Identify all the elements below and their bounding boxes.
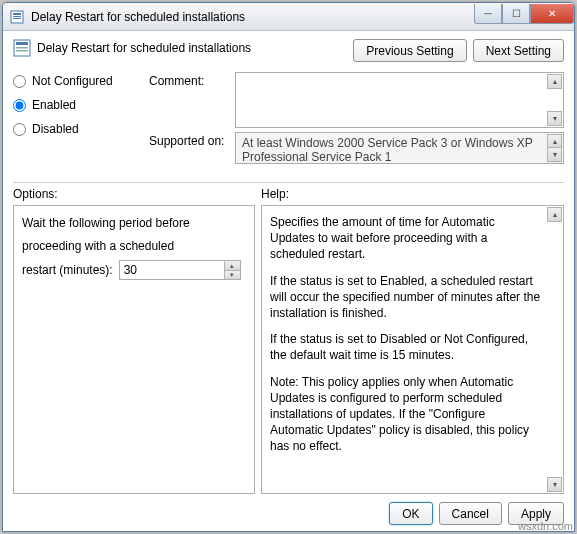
restart-minutes-label: restart (minutes): bbox=[22, 263, 113, 277]
footer-buttons: OK Cancel Apply bbox=[13, 494, 564, 525]
help-p4: Note: This policy applies only when Auto… bbox=[270, 374, 541, 455]
close-button[interactable]: ✕ bbox=[530, 4, 574, 24]
scroll-up-icon[interactable]: ▴ bbox=[547, 74, 562, 89]
scroll-down-icon[interactable]: ▾ bbox=[547, 147, 562, 162]
policy-header-icon bbox=[13, 39, 31, 57]
radio-enabled[interactable]: Enabled bbox=[13, 98, 143, 112]
svg-rect-7 bbox=[16, 50, 28, 52]
svg-rect-6 bbox=[16, 47, 28, 49]
radio-enabled-input[interactable] bbox=[13, 99, 26, 112]
minimize-button[interactable]: ─ bbox=[474, 4, 502, 24]
dialog-body: Delay Restart for scheduled installation… bbox=[3, 31, 574, 531]
section-labels: Options: Help: bbox=[13, 187, 564, 201]
maximize-button[interactable]: ☐ bbox=[502, 4, 530, 24]
help-p1: Specifies the amount of time for Automat… bbox=[270, 214, 541, 263]
option-text-1: Wait the following period before bbox=[22, 214, 246, 233]
policy-title: Delay Restart for scheduled installation… bbox=[37, 41, 251, 55]
comment-label: Comment: bbox=[149, 72, 229, 88]
radio-disabled-input[interactable] bbox=[13, 123, 26, 136]
config-grid: Not Configured Enabled Disabled Comment:… bbox=[13, 72, 564, 168]
panes: Wait the following period before proceed… bbox=[13, 205, 564, 494]
comment-field[interactable] bbox=[236, 73, 563, 127]
next-setting-button[interactable]: Next Setting bbox=[473, 39, 564, 62]
option-text-2: proceeding with a scheduled bbox=[22, 237, 246, 256]
options-label: Options: bbox=[13, 187, 261, 201]
svg-rect-1 bbox=[13, 13, 21, 15]
help-label: Help: bbox=[261, 187, 564, 201]
supported-label: Supported on: bbox=[149, 132, 229, 148]
comment-field-wrap: ▴ ▾ bbox=[235, 72, 564, 128]
supported-on-text: At least Windows 2000 Service Pack 3 or … bbox=[242, 136, 533, 164]
help-p2: If the status is set to Enabled, a sched… bbox=[270, 273, 541, 322]
svg-rect-3 bbox=[13, 18, 21, 19]
svg-rect-2 bbox=[13, 16, 21, 17]
policy-icon bbox=[9, 9, 25, 25]
radio-disabled[interactable]: Disabled bbox=[13, 122, 143, 136]
window-title: Delay Restart for scheduled installation… bbox=[31, 10, 474, 24]
state-radios: Not Configured Enabled Disabled bbox=[13, 72, 143, 136]
help-text: Specifies the amount of time for Automat… bbox=[270, 214, 541, 454]
cancel-button[interactable]: Cancel bbox=[439, 502, 502, 525]
header-row: Delay Restart for scheduled installation… bbox=[13, 39, 564, 62]
restart-minutes-spinner: ▴ ▾ bbox=[119, 260, 241, 280]
scroll-down-icon[interactable]: ▾ bbox=[547, 477, 562, 492]
radio-disabled-label: Disabled bbox=[32, 122, 79, 136]
radio-not-configured-label: Not Configured bbox=[32, 74, 113, 88]
restart-minutes-row: restart (minutes): ▴ ▾ bbox=[22, 260, 246, 280]
svg-rect-5 bbox=[16, 42, 28, 45]
previous-setting-button[interactable]: Previous Setting bbox=[353, 39, 466, 62]
help-p3: If the status is set to Disabled or Not … bbox=[270, 331, 541, 363]
watermark: wsxdn.com bbox=[518, 520, 573, 532]
separator bbox=[13, 182, 564, 183]
spinner-up-icon[interactable]: ▴ bbox=[224, 261, 240, 271]
titlebar[interactable]: Delay Restart for scheduled installation… bbox=[3, 3, 574, 31]
radio-not-configured-input[interactable] bbox=[13, 75, 26, 88]
scroll-down-icon[interactable]: ▾ bbox=[547, 111, 562, 126]
help-pane: Specifies the amount of time for Automat… bbox=[261, 205, 564, 494]
window-controls: ─ ☐ ✕ bbox=[474, 4, 574, 24]
spinner-down-icon[interactable]: ▾ bbox=[224, 271, 240, 280]
options-pane: Wait the following period before proceed… bbox=[13, 205, 255, 494]
scroll-up-icon[interactable]: ▴ bbox=[547, 207, 562, 222]
radio-not-configured[interactable]: Not Configured bbox=[13, 74, 143, 88]
radio-enabled-label: Enabled bbox=[32, 98, 76, 112]
ok-button[interactable]: OK bbox=[389, 502, 432, 525]
restart-minutes-input[interactable] bbox=[120, 261, 224, 279]
dialog-window: Delay Restart for scheduled installation… bbox=[2, 2, 575, 532]
supported-on-box: At least Windows 2000 Service Pack 3 or … bbox=[235, 132, 564, 164]
